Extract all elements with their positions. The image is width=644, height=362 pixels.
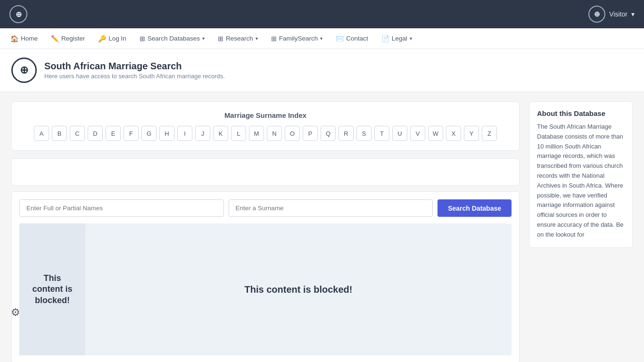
research-icon: ⊞ bbox=[218, 35, 223, 42]
nav-bar: 🏠 Home ✏️ Register 🔑 Log In ⊞ Search Dat… bbox=[0, 28, 644, 49]
nav-login-label: Log In bbox=[108, 35, 126, 42]
alpha-btn-i[interactable]: I bbox=[177, 126, 192, 141]
nav-legal-label: Legal bbox=[392, 35, 407, 42]
page-header: ⊕ South African Marriage Search Here use… bbox=[0, 49, 644, 92]
alpha-btn-l[interactable]: L bbox=[231, 126, 246, 141]
search-databases-chevron: ▾ bbox=[202, 36, 205, 41]
page-title: South African Marriage Search bbox=[44, 61, 225, 72]
login-icon: 🔑 bbox=[98, 35, 106, 42]
legal-icon: 📄 bbox=[381, 35, 389, 42]
alpha-btn-s[interactable]: S bbox=[356, 126, 372, 141]
nav-familysearch-label: FamilySearch bbox=[279, 35, 318, 42]
familysearch-icon: ⊞ bbox=[271, 35, 277, 42]
blocked-content-area: This content is blocked! This content is… bbox=[19, 223, 512, 355]
page-header-logo: ⊕ bbox=[11, 58, 37, 83]
alpha-btn-y[interactable]: Y bbox=[464, 126, 479, 141]
alpha-btn-t[interactable]: T bbox=[374, 126, 389, 141]
nav-research-label: Research bbox=[226, 35, 253, 42]
familysearch-chevron: ▾ bbox=[320, 36, 322, 41]
alpha-btn-u[interactable]: U bbox=[392, 126, 407, 141]
alpha-btn-x[interactable]: X bbox=[446, 126, 461, 141]
nav-familysearch[interactable]: ⊞ FamilySearch ▾ bbox=[265, 31, 329, 46]
alpha-btn-d[interactable]: D bbox=[88, 126, 103, 141]
alpha-btn-m[interactable]: M bbox=[249, 126, 264, 141]
alpha-btn-p[interactable]: P bbox=[303, 126, 318, 141]
alpha-btn-v[interactable]: V bbox=[410, 126, 425, 141]
alpha-btn-z[interactable]: Z bbox=[482, 126, 497, 141]
nav-contact-label: Contact bbox=[346, 35, 368, 42]
about-text: The South African Marriage Database cons… bbox=[537, 122, 625, 240]
search-form-container: Search Database This content is blocked!… bbox=[11, 191, 520, 362]
surname-index-title: Marriage Surname Index bbox=[21, 111, 510, 119]
main-content: Marriage Surname Index ABCDEFGHIJKLMNOPQ… bbox=[0, 92, 644, 362]
blocked-main: This content is blocked! bbox=[85, 223, 512, 355]
visitor-label: Visitor bbox=[609, 10, 627, 18]
nav-contact[interactable]: ✉️ Contact bbox=[330, 31, 374, 46]
alpha-btn-r[interactable]: R bbox=[339, 126, 354, 141]
name-input[interactable] bbox=[19, 199, 224, 217]
alpha-btn-j[interactable]: J bbox=[195, 126, 210, 141]
blocked-text-left: This content is blocked! bbox=[29, 273, 76, 306]
about-card: About this Database The South African Ma… bbox=[529, 101, 633, 248]
nav-register-label: Register bbox=[61, 35, 85, 42]
nav-home-label: Home bbox=[21, 35, 38, 42]
blocked-left: This content is blocked! bbox=[19, 223, 85, 355]
top-bar-logo: ⊕ bbox=[9, 5, 27, 23]
alpha-btn-b[interactable]: B bbox=[52, 126, 67, 141]
alpha-btn-o[interactable]: O bbox=[285, 126, 300, 141]
right-column: About this Database The South African Ma… bbox=[529, 101, 633, 362]
top-bar: ⊕ ⊕ Visitor ▾ bbox=[0, 0, 644, 28]
contact-icon: ✉️ bbox=[336, 35, 344, 42]
research-chevron: ▾ bbox=[256, 36, 258, 41]
search-databases-icon: ⊞ bbox=[140, 35, 145, 42]
alphabet-row: ABCDEFGHIJKLMNOPQRSTUVWXYZ bbox=[21, 126, 510, 141]
visitor-chevron: ▾ bbox=[631, 10, 635, 18]
nav-search-databases[interactable]: ⊞ Search Databases ▾ bbox=[134, 31, 210, 46]
search-database-button[interactable]: Search Database bbox=[438, 199, 512, 217]
visitor-button[interactable]: ⊕ Visitor ▾ bbox=[588, 6, 635, 23]
legal-chevron: ▾ bbox=[410, 36, 412, 41]
alpha-btn-f[interactable]: F bbox=[124, 126, 139, 141]
gear-icon[interactable]: ⚙ bbox=[8, 305, 23, 320]
alpha-btn-a[interactable]: A bbox=[34, 126, 49, 141]
top-bar-right: ⊕ Visitor ▾ bbox=[588, 6, 635, 23]
about-title: About this Database bbox=[537, 109, 625, 117]
alpha-btn-e[interactable]: E bbox=[106, 126, 121, 141]
nav-register[interactable]: ✏️ Register bbox=[45, 31, 91, 46]
nav-research[interactable]: ⊞ Research ▾ bbox=[212, 31, 264, 46]
nav-home[interactable]: 🏠 Home bbox=[5, 31, 43, 46]
page-header-text: South African Marriage Search Here users… bbox=[44, 61, 225, 80]
alpha-btn-q[interactable]: Q bbox=[321, 126, 336, 141]
register-icon: ✏️ bbox=[51, 35, 59, 42]
alpha-btn-n[interactable]: N bbox=[267, 126, 282, 141]
alpha-btn-c[interactable]: C bbox=[70, 126, 85, 141]
alpha-btn-g[interactable]: G bbox=[141, 126, 157, 141]
nav-login[interactable]: 🔑 Log In bbox=[92, 31, 132, 46]
alpha-btn-k[interactable]: K bbox=[213, 126, 228, 141]
top-search-input[interactable] bbox=[18, 164, 512, 181]
home-icon: 🏠 bbox=[10, 35, 18, 42]
visitor-logo: ⊕ bbox=[588, 6, 605, 23]
blocked-text-main: This content is blocked! bbox=[245, 283, 353, 296]
alpha-btn-w[interactable]: W bbox=[428, 126, 443, 141]
nav-legal[interactable]: 📄 Legal ▾ bbox=[376, 31, 418, 46]
surname-index-card: Marriage Surname Index ABCDEFGHIJKLMNOPQ… bbox=[11, 101, 520, 151]
nav-search-databases-label: Search Databases bbox=[148, 35, 200, 42]
search-form-row: Search Database bbox=[19, 199, 512, 217]
search-bar-container bbox=[11, 158, 520, 186]
left-column: Marriage Surname Index ABCDEFGHIJKLMNOPQ… bbox=[11, 101, 520, 362]
page-subtitle: Here users have access to search South A… bbox=[44, 73, 225, 80]
surname-input[interactable] bbox=[229, 199, 433, 217]
alpha-btn-h[interactable]: H bbox=[159, 126, 174, 141]
